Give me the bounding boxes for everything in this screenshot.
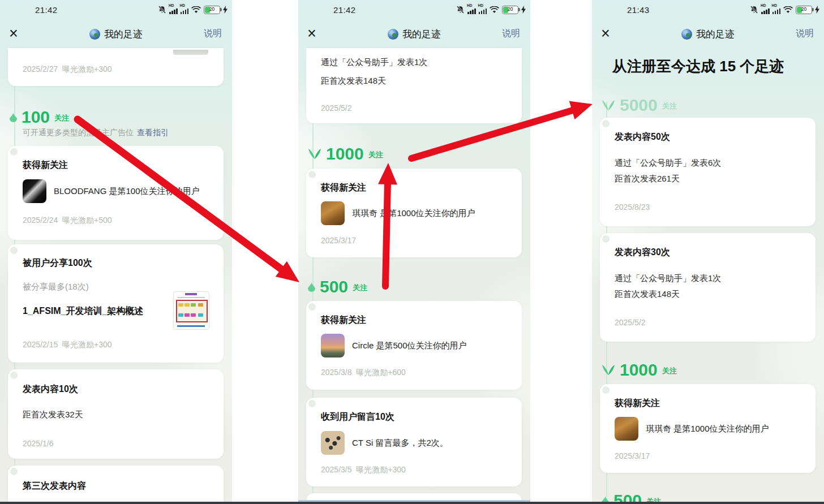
- view-guide-link[interactable]: 查看指引: [137, 128, 169, 137]
- follower-text: Circle 是第500位关注你的用户: [352, 341, 467, 351]
- signal-hd-icon: HD: [761, 5, 770, 14]
- timeline-node-dot: [10, 372, 18, 379]
- battery-level: 20: [796, 6, 812, 12]
- page-title-bar: 我的足迹: [592, 20, 824, 48]
- user-avatar: [321, 334, 345, 357]
- status-time: 21:43: [627, 5, 650, 15]
- page-header: × 我的足迹 说明: [592, 20, 824, 48]
- card-title: 获得新关注: [615, 398, 660, 410]
- commenter-row: CT Si 留言最多，共2次。: [321, 431, 448, 455]
- article-thumbnail[interactable]: [173, 291, 209, 330]
- mute-icon: [456, 6, 465, 14]
- flash-icon: [521, 6, 526, 14]
- milestone-card-partial: 通过「公众号助手」发表1次 距首次发表148天 2025/5/2: [306, 48, 522, 123]
- milestone-card-shared-100: 被用户分享100次 被分享最多(18次) 1_AFSIM_开发培训_架构概述 2…: [8, 244, 224, 363]
- milestone-unit: 关注: [54, 111, 69, 123]
- help-link[interactable]: 说明: [502, 28, 520, 40]
- milestone-unit: 关注: [368, 148, 383, 160]
- card-line: 距首次发表148天: [321, 76, 386, 87]
- milestone-value: 1000: [326, 145, 364, 162]
- milestone-sprout-icon: [308, 148, 321, 160]
- globe-icon: [89, 29, 100, 40]
- milestone-card-new-follower-1000: 获得新关注 琪琪奇 是第1000位关注你的用户 2025/3/17: [600, 384, 816, 473]
- timeline-node-dot: [10, 148, 18, 156]
- milestone-value: 1000: [620, 361, 658, 378]
- card-date: 2025/3/17: [321, 236, 356, 245]
- status-icons: HD HD 20: [456, 5, 526, 15]
- milestone-sprout-icon: [602, 100, 615, 111]
- page-title-bar: 我的足迹: [298, 20, 530, 48]
- summary-title: 从注册至今达成 15 个足迹: [612, 57, 784, 76]
- milestone-1000-follows: 1000 关注: [602, 360, 677, 380]
- card-title: 收到用户留言10次: [321, 411, 394, 423]
- timeline-node-dot: [602, 120, 610, 127]
- battery-level: 20: [503, 6, 518, 12]
- flash-icon: [223, 6, 228, 14]
- signal-hd-icon: HD: [467, 5, 476, 14]
- status-icons: HD HD 20: [158, 5, 228, 15]
- milestone-card-partial: 2025/2/27 曝光激励+300: [8, 48, 224, 86]
- thumbnail-remnant: [173, 50, 208, 55]
- card-date: 2025/2/24 曝光激励+500: [23, 216, 112, 226]
- signal-hd-icon: HD: [169, 5, 178, 14]
- note-text: 可开通更多类型的流量主广告位: [23, 128, 134, 137]
- status-icons: HD HD 20: [750, 5, 819, 15]
- signal-hd-icon: HD: [772, 5, 781, 14]
- screenshot-collage: 21:42 HD HD 20 × 我的足迹 说明 2025/2/27 曝光激励+…: [0, 0, 824, 504]
- timeline-node-dot: [602, 386, 610, 394]
- phone-screenshot-right: 21:43 HD HD 20 × 我的足迹 说明 从注册至今达成 15 个足迹 …: [592, 0, 824, 504]
- card-line: 通过「公众号助手」发表6次: [615, 158, 721, 169]
- timeline-node-dot: [308, 400, 316, 407]
- page-title: 我的足迹: [104, 28, 143, 41]
- phone-screenshot-left: 21:42 HD HD 20 × 我的足迹 说明 2025/2/27 曝光激励+…: [0, 0, 232, 504]
- status-bar: 21:42 HD HD 20: [298, 0, 530, 20]
- milestone-1000-follows: 1000 关注: [308, 144, 383, 163]
- card-line: 距首次发表32天: [23, 410, 83, 420]
- milestone-card-new-follower-1000: 获得新关注 琪琪奇 是第1000位关注你的用户 2025/3/17: [306, 169, 522, 257]
- user-avatar: [615, 417, 638, 441]
- mute-icon: [158, 6, 166, 14]
- milestone-value: 100: [22, 109, 50, 126]
- user-avatar: [23, 179, 46, 203]
- signal-hd-icon: HD: [479, 5, 487, 14]
- card-title: 发表内容10次: [23, 384, 78, 395]
- timeline-node-dot: [602, 235, 610, 243]
- milestone-drop-icon: [10, 113, 17, 122]
- status-time: 21:42: [333, 5, 356, 15]
- wifi-icon: [490, 6, 499, 14]
- milestone-card-published-10: 发表内容10次 距首次发表32天 2025/1/6: [8, 369, 224, 459]
- wifi-icon: [783, 6, 793, 14]
- commenter-text: CT Si 留言最多，共2次。: [352, 438, 448, 449]
- card-date: 2025/2/15 曝光激励+300: [23, 340, 112, 350]
- milestone-drop-icon: [308, 282, 315, 292]
- card-line: 距首次发表148天: [615, 289, 680, 300]
- help-link[interactable]: 说明: [204, 28, 222, 40]
- status-time: 21:42: [35, 5, 58, 15]
- help-link[interactable]: 说明: [796, 28, 814, 40]
- milestone-card-published-50: 发表内容50次 通过「公众号助手」发表6次 距首次发表261天 2025/8/2…: [600, 118, 816, 226]
- milestone-unit: 关注: [662, 364, 677, 376]
- page-title: 我的足迹: [402, 28, 441, 41]
- milestone-sprout-icon: [602, 364, 615, 376]
- battery-icon: 20: [502, 6, 518, 14]
- follower-text: BLOODFANG 是第100位关注你的用户: [54, 186, 200, 197]
- card-title: 获得新关注: [321, 182, 366, 194]
- card-title: 发表内容30次: [615, 247, 670, 259]
- user-avatar: [321, 431, 345, 455]
- milestone-card-new-follower-500: 获得新关注 Circle 是第500位关注你的用户 2025/3/8 曝光激励+…: [306, 301, 522, 390]
- page-header: × 我的足迹 说明: [0, 20, 232, 48]
- page-header: × 我的足迹 说明: [298, 20, 530, 48]
- user-avatar: [321, 201, 345, 225]
- flash-icon: [815, 6, 819, 14]
- collage-bottom-edge: [0, 502, 824, 504]
- milestone-100-follows: 100 关注: [10, 107, 69, 127]
- mute-icon: [750, 6, 758, 14]
- status-bar: 21:43 HD HD 20: [592, 0, 824, 20]
- card-date: 2025/3/8 曝光激励+600: [321, 368, 406, 378]
- article-title[interactable]: 1_AFSIM_开发培训_架构概述: [23, 305, 143, 317]
- follower-row: BLOODFANG 是第100位关注你的用户: [23, 179, 200, 203]
- wifi-icon: [191, 6, 201, 14]
- milestone-card-published-30: 发表内容30次 通过「公众号助手」发表1次 距首次发表148天 2025/5/2: [600, 233, 816, 342]
- timeline-node-dot: [308, 171, 316, 178]
- battery-level: 20: [204, 6, 220, 12]
